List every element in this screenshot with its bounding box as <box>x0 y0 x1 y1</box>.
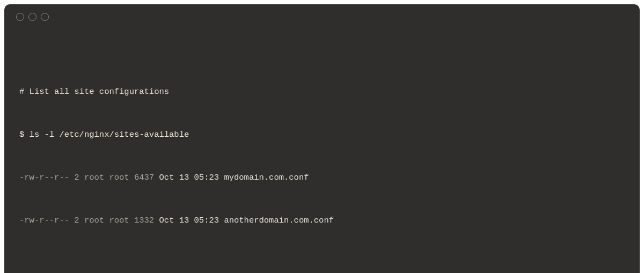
window-minimize-icon[interactable] <box>28 13 36 21</box>
terminal-command-line: $ ls -l /etc/nginx/sites-available <box>19 128 625 142</box>
blank-line <box>19 256 625 271</box>
terminal-command: ls -l /etc/nginx/sites-available <box>30 130 189 139</box>
window-titlebar <box>4 4 640 24</box>
file-date: Oct 13 05:23 <box>154 173 224 182</box>
terminal-window: # List all site configurations $ ls -l /… <box>4 4 640 273</box>
prompt-symbol: $ <box>19 130 30 139</box>
file-name: anotherdomain.com.conf <box>224 216 334 225</box>
file-perms: -rw-r--r-- 2 root root 6437 <box>19 173 154 182</box>
terminal-output-line: -rw-r--r-- 2 root root 1332 Oct 13 05:23… <box>19 213 625 228</box>
window-close-icon[interactable] <box>16 13 24 21</box>
terminal-comment: # List all site configurations <box>19 85 625 99</box>
file-name: mydomain.com.conf <box>224 173 309 182</box>
file-perms: -rw-r--r-- 2 root root 1332 <box>19 216 154 225</box>
window-maximize-icon[interactable] <box>41 13 49 21</box>
file-date: Oct 13 05:23 <box>154 216 224 225</box>
terminal-output-line: -rw-r--r-- 2 root root 6437 Oct 13 05:23… <box>19 171 625 185</box>
terminal-content[interactable]: # List all site configurations $ ls -l /… <box>4 24 640 273</box>
